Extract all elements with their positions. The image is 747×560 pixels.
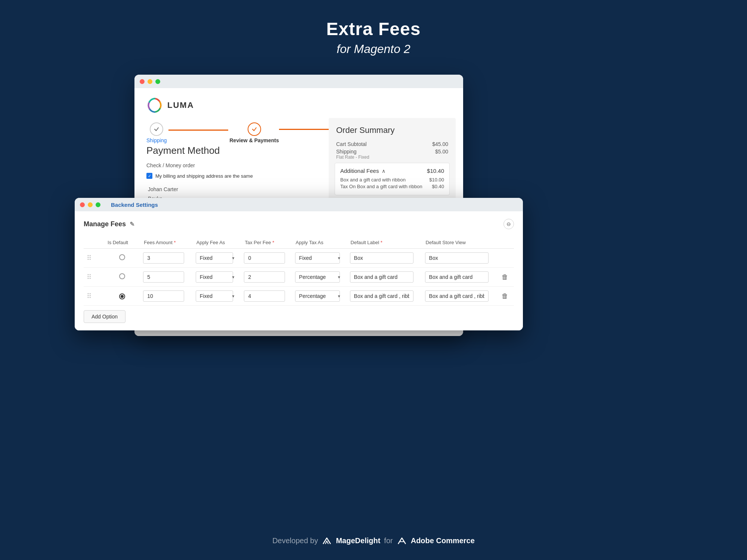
default-store-view-input[interactable] xyxy=(425,252,489,264)
adobe-logo-icon xyxy=(397,537,407,545)
checkmark-icon xyxy=(154,126,159,132)
is-default-radio[interactable] xyxy=(119,254,125,260)
th-apply-fee-as: Apply Fee As xyxy=(193,237,241,249)
backend-body: Manage Fees ✎ ⊖ Is Default Fees Amount * xyxy=(75,211,523,330)
table-row: ⠿ Fixed Percentage ▼ Fixed Percentage ▼🗑 xyxy=(84,287,514,306)
fees-amount-input[interactable] xyxy=(143,290,184,302)
fees-amount-input[interactable] xyxy=(143,252,184,264)
step-connector xyxy=(168,130,228,131)
th-tax-per-fee: Tax Per Fee * xyxy=(241,237,292,249)
backend-titlebar: Backend Settings xyxy=(75,198,523,211)
collapse-button[interactable]: ⊖ xyxy=(503,219,514,229)
footer-developed-by: Developed by xyxy=(272,536,318,545)
logo-area: LUMA xyxy=(134,88,463,119)
luma-brand-text: LUMA xyxy=(167,100,194,110)
shipping-step-label[interactable]: Shipping xyxy=(146,137,167,143)
apply-tax-as-select[interactable]: Fixed Percentage xyxy=(295,290,340,302)
manage-fees-label: Manage Fees xyxy=(84,220,126,228)
footer-magedelight: MageDelight xyxy=(336,536,380,545)
cart-subtotal-row: Cart Subtotal $45.00 xyxy=(336,141,448,147)
default-label-input[interactable] xyxy=(350,290,413,302)
cart-subtotal-label: Cart Subtotal xyxy=(336,141,367,147)
page-title: Extra Fees xyxy=(326,19,421,39)
backend-close-button[interactable] xyxy=(80,202,85,207)
backend-maximize-button[interactable] xyxy=(96,202,100,207)
additional-fees-box: Additional Fees ∧ $10.40 Box and a gift … xyxy=(335,163,450,195)
maximize-button[interactable] xyxy=(155,79,160,84)
review-step-label: Review & Payments xyxy=(230,137,279,143)
fee-detail-2-label: Tax On Box and a gift card with ribbon xyxy=(340,184,422,189)
cart-subtotal-value: $45.00 xyxy=(432,141,448,147)
checkbox-icon[interactable]: ✓ xyxy=(146,173,152,179)
tax-per-fee-input[interactable] xyxy=(244,290,285,302)
backend-window: Backend Settings Manage Fees ✎ ⊖ Is Defa… xyxy=(75,198,523,330)
th-default-store-view: Default Store View xyxy=(422,237,497,249)
fee-detail-1-label: Box and a gift card with ribbon xyxy=(340,177,406,183)
fee-detail-row-2: Tax On Box and a gift card with ribbon $… xyxy=(340,184,444,189)
drag-handle-icon[interactable]: ⠿ xyxy=(87,273,92,281)
billing-checkbox-label: My billing and shipping address are the … xyxy=(155,173,253,179)
edit-icon[interactable]: ✎ xyxy=(130,221,134,228)
apply-fee-as-select[interactable]: Fixed Percentage xyxy=(196,271,233,283)
footer-for-text: for xyxy=(384,536,393,545)
checkout-titlebar xyxy=(134,75,463,88)
additional-fees-header: Additional Fees ∧ $10.40 xyxy=(340,168,444,174)
manage-fees-header: Manage Fees ✎ ⊖ xyxy=(84,219,514,229)
table-row: ⠿ Fixed Percentage ▼ Fixed Percentage ▼ xyxy=(84,249,514,268)
th-apply-tax-as: Apply Tax As xyxy=(292,237,347,249)
manage-fees-title: Manage Fees ✎ xyxy=(84,220,134,228)
backend-title: Backend Settings xyxy=(111,202,158,208)
apply-fee-as-select[interactable]: Fixed Percentage xyxy=(196,290,233,302)
delete-icon[interactable]: 🗑 xyxy=(500,272,510,282)
fees-amount-input[interactable] xyxy=(143,271,184,283)
fee-detail-1-value: $10.00 xyxy=(429,177,444,183)
default-label-input[interactable] xyxy=(350,271,413,283)
th-drag xyxy=(84,237,104,249)
luma-logo-icon xyxy=(146,97,163,113)
is-default-radio[interactable] xyxy=(119,293,125,299)
table-header-row: Is Default Fees Amount * Apply Fee As Ta… xyxy=(84,237,514,249)
apply-tax-as-select[interactable]: Fixed Percentage xyxy=(295,271,340,283)
review-step-circle xyxy=(248,122,261,136)
fee-detail-row-1: Box and a gift card with ribbon $10.00 xyxy=(340,177,444,183)
page-header: Extra Fees for Magento 2 xyxy=(326,0,421,67)
order-summary-title: Order Summary xyxy=(336,125,448,135)
required-marker-2: * xyxy=(272,240,274,245)
apply-tax-as-select[interactable]: Fixed Percentage xyxy=(295,252,340,264)
delete-icon[interactable]: 🗑 xyxy=(500,291,510,301)
footer-adobe-commerce: Adobe Commerce xyxy=(411,536,475,545)
fee-detail-2-value: $0.40 xyxy=(432,184,444,189)
additional-fees-value: $10.40 xyxy=(427,168,444,174)
default-store-view-input[interactable] xyxy=(425,271,489,283)
tax-per-fee-input[interactable] xyxy=(244,252,285,264)
required-marker-3: * xyxy=(381,240,382,245)
th-delete xyxy=(497,237,514,249)
close-button[interactable] xyxy=(140,79,145,84)
page-footer: Developed by MageDelight for Adobe Comme… xyxy=(0,536,747,545)
tax-per-fee-input[interactable] xyxy=(244,271,285,283)
additional-fees-label: Additional Fees xyxy=(340,168,379,174)
minimize-button[interactable] xyxy=(148,79,152,84)
th-is-default: Is Default xyxy=(104,237,140,249)
fees-table: Is Default Fees Amount * Apply Fee As Ta… xyxy=(84,237,514,306)
checkmark-active-icon xyxy=(251,126,257,132)
is-default-radio[interactable] xyxy=(119,273,125,279)
th-fees-amount: Fees Amount * xyxy=(140,237,192,249)
shipping-value: $5.00 xyxy=(435,149,448,160)
add-option-button[interactable]: Add Option xyxy=(84,310,125,323)
apply-fee-as-select[interactable]: Fixed Percentage xyxy=(196,252,233,264)
shipping-method: Flat Rate - Fixed xyxy=(336,155,369,160)
shipping-step-circle xyxy=(150,122,163,136)
screenshots-container: LUMA Shipping xyxy=(75,75,672,504)
drag-handle-icon[interactable]: ⠿ xyxy=(87,254,92,262)
default-label-input[interactable] xyxy=(350,252,413,264)
required-marker: * xyxy=(174,240,176,245)
shipping-label: Shipping xyxy=(336,149,369,155)
drag-handle-icon[interactable]: ⠿ xyxy=(87,292,92,300)
table-row: ⠿ Fixed Percentage ▼ Fixed Percentage ▼🗑 xyxy=(84,268,514,287)
default-store-view-input[interactable] xyxy=(425,290,489,302)
magedelight-logo-icon xyxy=(322,537,332,545)
backend-minimize-button[interactable] xyxy=(88,202,93,207)
chevron-up-icon[interactable]: ∧ xyxy=(382,168,385,174)
svg-point-0 xyxy=(147,98,162,113)
